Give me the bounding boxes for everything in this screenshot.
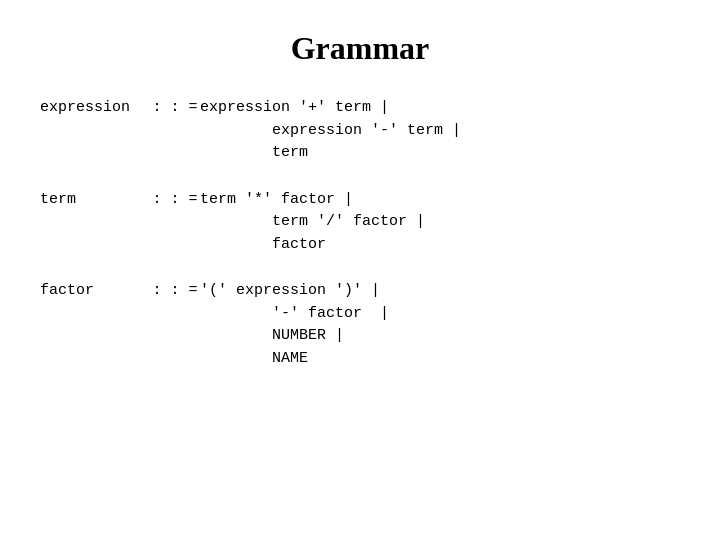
page-title: Grammar [291,30,430,67]
assign-term: : : = [150,189,200,281]
symbol-expression: expression [40,97,150,189]
grammar-row-factor: factor : : = '(' expression ')' | '-' fa… [40,280,680,394]
rules-term: term '*' factor | term '/' factor | fact… [200,189,680,281]
rules-factor: '(' expression ')' | '-' factor | NUMBER… [200,280,680,394]
assign-expression: : : = [150,97,200,189]
symbol-term: term [40,189,150,281]
assign-factor: : : = [150,280,200,394]
grammar-row-expression: expression : : = expression '+' term | e… [40,97,680,189]
symbol-factor: factor [40,280,150,394]
grammar-table: expression : : = expression '+' term | e… [40,97,680,394]
grammar-row-term: term : : = term '*' factor | term '/' fa… [40,189,680,281]
rules-expression: expression '+' term | expression '-' ter… [200,97,680,189]
